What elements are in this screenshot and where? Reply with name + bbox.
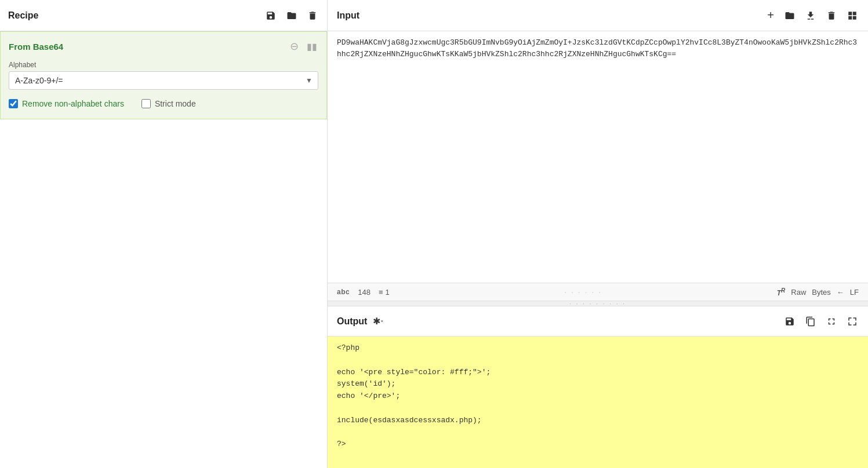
line-count: 1	[385, 288, 389, 297]
input-title: Input	[337, 10, 359, 21]
clear-input-button[interactable]	[825, 9, 838, 22]
input-header: Input +	[328, 0, 868, 31]
status-bar: abc 148 ≡ 1 · · · · · · TR Raw Bytes ← L…	[328, 283, 868, 301]
status-left: abc 148 ≡ 1	[337, 288, 390, 297]
save-recipe-button[interactable]	[264, 9, 277, 22]
remove-nonalpha-label: Remove non-alphabet chars	[22, 99, 124, 108]
input-header-icons: +	[766, 8, 859, 23]
bytes-label: Bytes	[812, 288, 831, 297]
save-output-button[interactable]	[783, 315, 796, 328]
strict-mode-checkbox-label[interactable]: Strict mode	[141, 99, 196, 108]
alphabet-select[interactable]: A-Za-z0-9+/=	[9, 71, 318, 90]
delete-recipe-button[interactable]	[306, 9, 319, 22]
output-textarea: <?php echo '<pre style="color: #fff;">';…	[328, 337, 868, 468]
trash-icon	[307, 10, 318, 21]
checkboxes-row: Remove non-alphabet chars Strict mode	[9, 99, 318, 108]
remove-nonalpha-checkbox-label[interactable]: Remove non-alphabet chars	[9, 99, 124, 108]
output-header: Output ✱×	[328, 306, 868, 337]
output-header-icons	[783, 315, 859, 328]
input-textarea[interactable]: PD9waHAKCmVjaG8gJzxwcmUgc3R5bGU9ImNvbG9y…	[328, 31, 868, 283]
copy-output-button[interactable]	[804, 315, 817, 328]
open-folder-button[interactable]	[285, 9, 298, 22]
grid-view-button[interactable]	[846, 9, 859, 22]
expand-icon	[826, 316, 837, 327]
drag-handle[interactable]: · · · · · · · · ·	[328, 301, 868, 306]
clear-icon	[826, 10, 837, 21]
copy-icon	[805, 316, 816, 327]
import-icon	[805, 10, 816, 21]
arrow-icon: ←	[837, 288, 844, 297]
strict-mode-label: Strict mode	[155, 99, 196, 108]
remove-nonalpha-checkbox[interactable]	[9, 99, 18, 108]
alphabet-field: Alphabet A-Za-z0-9+/= ▼	[9, 61, 318, 90]
operation-block: From Base64 ⊖ ▮▮ Alphabet A-Za-z0-9+/= ▼	[0, 31, 327, 119]
fullscreen-output-button[interactable]	[846, 315, 859, 328]
open-file-icon	[785, 10, 795, 21]
char-count-badge: 148	[358, 288, 371, 297]
output-section: Output ✱×	[328, 306, 868, 468]
recipe-title: Recipe	[8, 10, 38, 21]
recipe-header: Recipe	[0, 0, 327, 31]
line-icon: ≡	[379, 288, 383, 297]
strict-mode-checkbox[interactable]	[141, 99, 151, 108]
abc-badge: abc	[337, 288, 350, 296]
open-file-button[interactable]	[783, 9, 796, 22]
save-output-icon	[785, 316, 795, 327]
char-count: 148	[358, 288, 371, 297]
operation-title: From Base64	[9, 42, 63, 52]
output-title: Output	[337, 316, 367, 327]
raw-label: Raw	[791, 288, 806, 297]
fullscreen-icon	[847, 316, 858, 327]
folder-icon	[286, 10, 297, 21]
expand-output-button[interactable]	[825, 315, 838, 328]
import-button[interactable]	[804, 9, 817, 22]
alphabet-label: Alphabet	[9, 61, 318, 69]
operation-header-icons: ⊖ ▮▮	[289, 39, 318, 54]
separator: · · · · · ·	[564, 287, 602, 297]
disable-operation-button[interactable]: ⊖	[289, 39, 300, 54]
grid-icon	[847, 10, 858, 21]
alphabet-select-wrapper: A-Za-z0-9+/= ▼	[9, 71, 318, 90]
output-title-group: Output ✱×	[337, 315, 384, 328]
operation-header: From Base64 ⊖ ▮▮	[9, 39, 318, 54]
input-section: Input +	[328, 0, 868, 301]
line-count-badge: ≡ 1	[379, 288, 390, 297]
recipe-header-icons	[264, 9, 319, 22]
left-panel: Recipe From Base64	[0, 0, 328, 468]
save-icon	[266, 10, 276, 21]
right-panel: Input +	[328, 0, 868, 468]
magic-wand-button[interactable]: ✱×	[372, 315, 384, 328]
pause-operation-button[interactable]: ▮▮	[306, 40, 318, 53]
status-right: TR Raw Bytes ← LF	[777, 287, 859, 297]
add-input-button[interactable]: +	[766, 8, 775, 23]
tr-icon: TR	[777, 287, 786, 297]
lf-label: LF	[850, 288, 859, 297]
